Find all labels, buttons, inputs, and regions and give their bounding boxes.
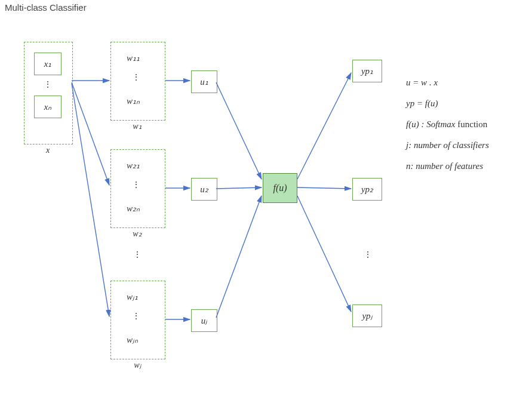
diagram-title: Multi-class Classifier (5, 2, 87, 13)
w2n: w₂ₙ (127, 203, 140, 214)
diagram-canvas: Multi-class Classifier x₁ ⋮ xₙ x w₁₁ ⋮ w… (0, 0, 532, 403)
svg-line-1 (72, 82, 109, 185)
svg-line-7 (216, 187, 262, 189)
wj-label: wⱼ (110, 360, 164, 370)
activation-box: f(u) (263, 173, 297, 203)
w2-vdots: ⋮ (131, 184, 141, 186)
eq-n: n: number of features (406, 161, 525, 171)
eq-yp: yp = f(u) (406, 99, 525, 109)
svg-line-2 (72, 84, 109, 316)
w1n: w₁ₙ (127, 96, 140, 106)
input-vdots: ⋮ (43, 84, 53, 86)
svg-line-11 (297, 196, 351, 312)
legend: u = w . x yp = f(u) f(u) : Softmax funct… (406, 78, 525, 182)
input-x1: x₁ (34, 53, 61, 75)
eq-u: u = w . x (406, 78, 525, 88)
svg-line-9 (297, 73, 351, 179)
u2-box: u₂ (191, 178, 217, 201)
weight-vdots: ⋮ (133, 254, 142, 256)
input-xn: xₙ (34, 96, 61, 118)
svg-line-6 (216, 82, 262, 179)
yp2-box: yp₂ (352, 178, 382, 201)
w1-vdots: ⋮ (131, 76, 141, 79)
input-label: x (24, 146, 72, 155)
w1-label: w₁ (110, 121, 164, 131)
u1-box: u₁ (191, 70, 217, 93)
w2-label: w₂ (110, 229, 164, 239)
svg-line-10 (297, 187, 351, 189)
wj-vdots: ⋮ (131, 315, 141, 318)
wj1: wⱼ₁ (127, 291, 138, 302)
ypj-box: ypⱼ (352, 304, 382, 327)
eq-fu: f(u) : Softmax function (406, 119, 525, 130)
output-vdots: ⋮ (363, 254, 373, 256)
uj-box: uⱼ (191, 309, 217, 332)
yp1-box: yp₁ (352, 60, 382, 82)
w21: w₂₁ (127, 160, 140, 171)
w11: w₁₁ (127, 53, 140, 63)
svg-line-8 (216, 196, 262, 318)
eq-j: j: number of classifiers (406, 140, 525, 150)
wjn: wⱼₙ (127, 334, 138, 345)
